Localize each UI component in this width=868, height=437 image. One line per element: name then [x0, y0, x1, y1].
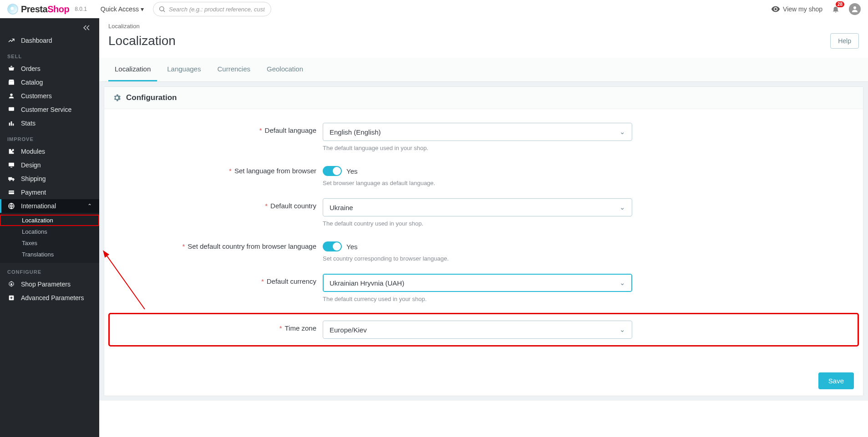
tabs: Localization Languages Currencies Geoloc…: [99, 58, 868, 82]
sidebar-item-shop-parameters[interactable]: Shop Parameters: [0, 277, 99, 291]
tab-languages[interactable]: Languages: [161, 58, 207, 81]
tab-currencies[interactable]: Currencies: [211, 58, 257, 81]
caret-down-icon: ▾: [141, 5, 144, 13]
credit-card-icon: [7, 189, 15, 196]
svg-rect-3: [9, 81, 14, 85]
search-wrap: [153, 2, 271, 16]
default-currency-label: Default currency: [267, 277, 316, 285]
puzzle-icon: [7, 148, 15, 155]
top-header: PrestaShop 8.0.1 Quick Access ▾ View my …: [0, 0, 868, 18]
chevron-down-icon: ⌄: [619, 203, 625, 211]
eye-icon: [771, 5, 780, 14]
svg-point-2: [853, 6, 856, 9]
sidebar-item-orders[interactable]: Orders: [0, 62, 99, 75]
lang-from-browser-label: Set language from browser: [234, 167, 316, 175]
sidebar-item-international[interactable]: International ⌃: [0, 199, 99, 213]
default-language-label: Default language: [265, 126, 316, 134]
lang-from-browser-help: Set browser language as default language…: [323, 180, 632, 186]
svg-point-12: [9, 180, 10, 181]
card-title: Configuration: [126, 93, 177, 102]
logo-icon: [7, 4, 18, 15]
default-currency-select[interactable]: Ukrainian Hryvnia (UAH) ⌄: [323, 274, 632, 292]
tab-localization[interactable]: Localization: [108, 58, 157, 81]
svg-point-4: [10, 94, 12, 96]
default-country-help: The default country used in your shop.: [323, 220, 632, 227]
country-from-browser-value: Yes: [346, 243, 357, 251]
tab-geolocation[interactable]: Geolocation: [260, 58, 310, 81]
page-title: Localization: [108, 34, 176, 48]
default-currency-help: The default currency used in your shop.: [323, 296, 632, 302]
lang-from-browser-toggle[interactable]: [323, 166, 342, 176]
collapse-sidebar-button[interactable]: [0, 18, 99, 34]
sidebar-subitem-taxes[interactable]: Taxes: [0, 237, 99, 249]
brand-logo[interactable]: PrestaShop 8.0.1: [7, 4, 87, 15]
version-label: 8.0.1: [75, 6, 87, 12]
country-from-browser-toggle[interactable]: [323, 241, 342, 251]
sidebar: Dashboard SELL Orders Catalog Customers …: [0, 18, 99, 437]
sidebar-item-shipping[interactable]: Shipping: [0, 172, 99, 186]
basket-icon: [7, 65, 15, 72]
bar-chart-icon: [7, 120, 15, 127]
time-zone-label: Time zone: [285, 324, 316, 332]
globe-icon: [7, 202, 15, 210]
sidebar-item-advanced-parameters[interactable]: Advanced Parameters: [0, 291, 99, 305]
svg-point-13: [13, 180, 14, 181]
sidebar-item-dashboard[interactable]: Dashboard: [0, 34, 99, 47]
default-country-select[interactable]: Ukraine ⌄: [323, 198, 632, 216]
international-submenu: Localization Locations Taxes Translation…: [0, 213, 99, 263]
svg-point-0: [160, 7, 164, 11]
plus-box-icon: [7, 294, 15, 301]
configuration-card: Configuration *Default language English …: [104, 86, 863, 396]
svg-rect-6: [9, 123, 10, 126]
svg-rect-11: [8, 177, 12, 180]
logo-text: PrestaShop: [21, 4, 69, 15]
svg-rect-10: [10, 167, 12, 167]
sidebar-subitem-locations[interactable]: Locations: [0, 226, 99, 237]
save-button[interactable]: Save: [818, 372, 854, 389]
sidebar-item-customer-service[interactable]: Customer Service: [0, 103, 99, 116]
sidebar-item-catalog[interactable]: Catalog: [0, 75, 99, 89]
default-language-help: The default language used in your shop.: [323, 145, 632, 151]
default-country-label: Default country: [270, 202, 316, 210]
svg-rect-7: [11, 121, 12, 126]
svg-rect-5: [9, 107, 14, 111]
search-icon: [158, 5, 166, 13]
view-shop-link[interactable]: View my shop: [771, 5, 822, 14]
breadcrumb: Localization: [99, 18, 868, 30]
profile-avatar[interactable]: [849, 3, 861, 15]
gear-icon: [7, 281, 15, 288]
country-from-browser-help: Set country corresponding to browser lan…: [323, 255, 632, 262]
help-button[interactable]: Help: [830, 33, 859, 49]
notifications-button[interactable]: 28: [832, 5, 840, 13]
time-zone-select[interactable]: Europe/Kiev ⌄: [323, 321, 632, 339]
monitor-icon: [7, 161, 15, 169]
time-zone-row-highlight: *Time zone Europe/Kiev ⌄: [110, 314, 858, 345]
truck-icon: [7, 175, 15, 182]
lang-from-browser-value: Yes: [346, 167, 357, 175]
gear-icon: [112, 93, 122, 102]
chevron-down-icon: ⌄: [619, 326, 625, 334]
sidebar-subitem-localization[interactable]: Localization: [0, 215, 99, 226]
sidebar-item-design[interactable]: Design: [0, 158, 99, 172]
chevron-up-icon: ⌃: [87, 203, 92, 209]
sidebar-subitem-translations[interactable]: Translations: [0, 249, 99, 260]
trending-up-icon: [7, 37, 15, 44]
main-content: Localization Localization Help Localizat…: [99, 18, 868, 437]
store-icon: [7, 79, 15, 86]
chat-icon: [7, 106, 15, 113]
sidebar-item-customers[interactable]: Customers: [0, 89, 99, 103]
sidebar-section-improve: IMPROVE: [0, 130, 99, 145]
default-language-select[interactable]: English (English) ⌄: [323, 123, 632, 141]
quick-access-menu[interactable]: Quick Access ▾: [101, 5, 144, 13]
sidebar-section-sell: SELL: [0, 47, 99, 62]
notification-badge: 28: [836, 1, 844, 7]
chevron-down-icon: ⌄: [619, 279, 625, 287]
sidebar-item-stats[interactable]: Stats: [0, 116, 99, 130]
svg-rect-8: [13, 124, 14, 126]
search-input[interactable]: [153, 2, 271, 16]
sidebar-item-modules[interactable]: Modules: [0, 145, 99, 158]
sidebar-item-payment[interactable]: Payment: [0, 186, 99, 199]
svg-line-1: [163, 10, 165, 12]
svg-rect-15: [9, 192, 14, 192]
sidebar-section-configure: CONFIGURE: [0, 263, 99, 277]
